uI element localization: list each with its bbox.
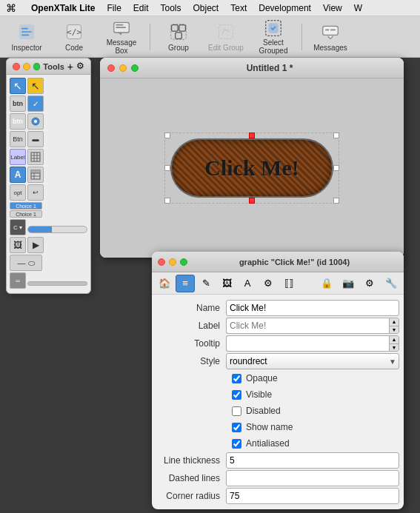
- style-select[interactable]: roundrect rectangle oval regular polygon…: [226, 353, 399, 369]
- tool-graphic[interactable]: — ⬭: [10, 255, 42, 271]
- menu-object[interactable]: Object: [193, 3, 219, 13]
- tools-row-12: ═: [10, 272, 87, 289]
- toolbar-edit-group-button[interactable]: Edit Group: [205, 19, 247, 55]
- tool-button-blue[interactable]: btn: [10, 113, 26, 130]
- disabled-checkbox[interactable]: [232, 406, 241, 416]
- handle-bottom-left[interactable]: [164, 198, 170, 204]
- tools-zoom-button[interactable]: [33, 63, 41, 70]
- select-grouped-icon: [263, 19, 284, 37]
- apple-icon: ⌘: [6, 2, 16, 14]
- inspector-tab-custom-props[interactable]: ⚙: [259, 275, 278, 292]
- inspector-tab-text[interactable]: A: [238, 275, 257, 292]
- corner-radius-input[interactable]: [226, 488, 399, 504]
- tool-player[interactable]: ▶: [27, 237, 44, 253]
- tool-combo[interactable]: C ▾: [10, 219, 26, 235]
- opaque-checkbox[interactable]: [232, 374, 241, 383]
- tool-text-a[interactable]: A: [10, 167, 26, 183]
- handle-bottom-middle[interactable]: [249, 198, 255, 204]
- tool-label[interactable]: Label: [10, 149, 26, 165]
- menu-tools[interactable]: Tools: [161, 3, 181, 13]
- toolbar-inspector-button[interactable]: Inspector: [6, 19, 47, 55]
- toolbar-select-grouped-button[interactable]: Select Grouped: [253, 19, 294, 55]
- tools-add-icon[interactable]: +: [67, 61, 73, 73]
- tool-table[interactable]: [27, 149, 44, 165]
- antialiased-checkbox[interactable]: [232, 439, 241, 449]
- tool-choice2[interactable]: Choice 1: [10, 210, 42, 218]
- visible-checkbox[interactable]: [232, 390, 241, 400]
- select-grouped-label: Select Grouped: [254, 38, 293, 55]
- canvas-body[interactable]: Click Me!: [100, 78, 404, 258]
- toolbar-group-button[interactable]: Group: [158, 19, 199, 55]
- tool-arrow-yellow[interactable]: ↖: [27, 78, 44, 94]
- canvas-minimize-button[interactable]: [119, 64, 127, 72]
- inspector-minimize-button[interactable]: [169, 258, 176, 266]
- inspector-label: Inspector: [11, 44, 41, 52]
- tool-scrollbar-h[interactable]: ═: [10, 272, 26, 289]
- canvas-graphic[interactable]: Click Me!: [170, 138, 333, 198]
- label-stepper-up[interactable]: ▲: [390, 318, 399, 326]
- inspector-wrench-btn[interactable]: 🔧: [381, 275, 401, 292]
- tool-image[interactable]: 🖼: [10, 237, 26, 253]
- tools-title: Tools: [43, 62, 64, 71]
- dashed-lines-input[interactable]: [226, 470, 399, 486]
- canvas-zoom-button[interactable]: [131, 64, 139, 72]
- toolbar-message-box-button[interactable]: Message Box: [101, 19, 142, 55]
- inspector-tab-image[interactable]: 🖼: [217, 275, 236, 292]
- tool-checkbox[interactable]: ✓: [27, 95, 44, 112]
- menu-view[interactable]: View: [323, 3, 342, 13]
- label-stepper-down[interactable]: ▼: [390, 326, 399, 334]
- menu-file[interactable]: File: [107, 3, 121, 13]
- svg-rect-3: [21, 34, 29, 36]
- inspector-tab-pencil[interactable]: ✎: [196, 275, 216, 292]
- line-thickness-input[interactable]: [226, 452, 399, 469]
- antialiased-checkbox-row: Antialiased: [152, 435, 404, 452]
- tooltip-stepper-down[interactable]: ▼: [390, 344, 399, 352]
- handle-bottom-right[interactable]: [333, 198, 339, 204]
- name-input[interactable]: [226, 300, 399, 316]
- menu-text[interactable]: Text: [230, 3, 247, 13]
- show-name-checkbox[interactable]: [232, 423, 241, 432]
- inspector-close-button[interactable]: [158, 258, 165, 266]
- tool-choice1[interactable]: Choice 1: [10, 202, 42, 209]
- label-input[interactable]: [226, 318, 389, 334]
- tooltip-label: Tooltip: [152, 338, 226, 349]
- toolbar-code-button[interactable]: </> Code: [53, 19, 95, 55]
- tool-slider-h[interactable]: [27, 281, 87, 286]
- handle-middle-left[interactable]: [164, 165, 170, 171]
- menu-edit[interactable]: Edit: [133, 3, 149, 13]
- handle-middle-right[interactable]: [333, 165, 339, 171]
- tool-option[interactable]: opt: [10, 184, 26, 201]
- tools-settings-icon[interactable]: ⚙: [76, 61, 84, 73]
- inspector-settings-btn[interactable]: ⚙: [360, 275, 379, 292]
- handle-top-left[interactable]: [164, 133, 170, 138]
- inspector-lock-btn[interactable]: 🔒: [317, 275, 336, 292]
- handle-top-right[interactable]: [333, 133, 339, 138]
- toolbar-messages-button[interactable]: Messages: [310, 19, 351, 55]
- tool-slider[interactable]: [27, 226, 87, 233]
- canvas-close-button[interactable]: [107, 64, 115, 72]
- svg-rect-10: [172, 25, 179, 32]
- edit-group-label: Edit Group: [208, 44, 244, 52]
- tools-close-button[interactable]: [13, 63, 20, 70]
- inspector-camera-btn[interactable]: 📷: [339, 275, 358, 292]
- tools-row-11: — ⬭: [10, 255, 87, 271]
- tools-minimize-button[interactable]: [23, 63, 30, 70]
- toolbar-divider-2: [301, 24, 302, 50]
- inspector-tab-home[interactable]: 🏠: [155, 275, 174, 292]
- inspector-zoom-button[interactable]: [180, 258, 187, 266]
- tool-radio[interactable]: [27, 113, 44, 130]
- inspector-tab-list[interactable]: ≡: [176, 275, 195, 292]
- app-name[interactable]: OpenXTalk Lite: [31, 3, 95, 13]
- tooltip-stepper-up[interactable]: ▲: [390, 336, 399, 344]
- tool-button-3d[interactable]: Btn: [10, 131, 26, 147]
- tool-button-plain[interactable]: btn: [10, 95, 26, 112]
- tool-table2[interactable]: [27, 167, 44, 183]
- menu-w[interactable]: W: [354, 3, 362, 13]
- menu-development[interactable]: Development: [259, 3, 311, 13]
- tool-scrollbar[interactable]: ▬: [27, 131, 44, 147]
- inspector-tab-behaviors[interactable]: ⟦⟧: [279, 275, 299, 292]
- tool-undo[interactable]: ↩: [27, 184, 44, 201]
- handle-top-middle[interactable]: [249, 133, 255, 138]
- tool-arrow[interactable]: ↖: [10, 78, 26, 94]
- tooltip-input[interactable]: [226, 335, 389, 352]
